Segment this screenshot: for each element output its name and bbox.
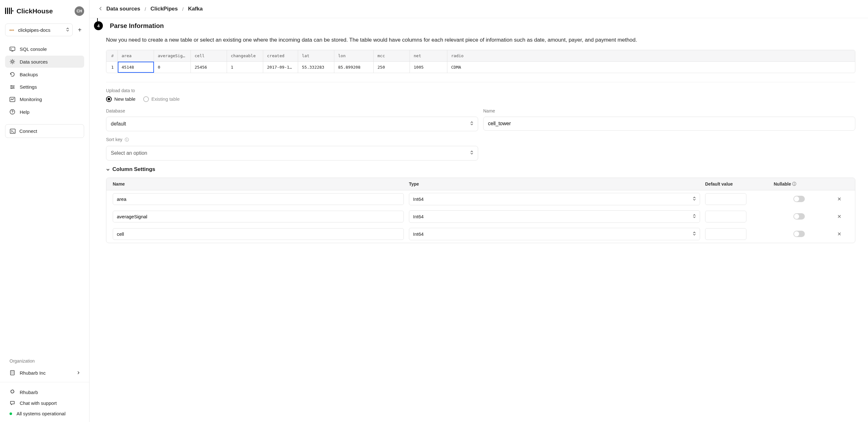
- data-preview-table: # area averageSig… cell changeable creat…: [106, 50, 855, 73]
- upload-data-to-label: Upload data to: [106, 88, 855, 93]
- breadcrumb-item[interactable]: ClickPipes: [151, 6, 178, 12]
- table-name-input[interactable]: [483, 117, 855, 131]
- info-icon[interactable]: ⓘ: [792, 181, 796, 187]
- svg-rect-3: [11, 8, 12, 14]
- backups-icon: [9, 72, 15, 77]
- monitoring-icon: [9, 97, 15, 102]
- add-workspace-button[interactable]: +: [75, 25, 84, 34]
- sort-key-select[interactable]: Select an option: [106, 146, 478, 161]
- footer-rhubarb[interactable]: Rhubarb: [5, 387, 84, 397]
- svg-rect-14: [10, 370, 14, 375]
- table-header-row: # area averageSig… cell changeable creat…: [106, 50, 855, 62]
- radio-icon: [143, 96, 149, 102]
- breadcrumb-back-icon[interactable]: [99, 6, 102, 12]
- sidebar-item-label: Backups: [20, 72, 38, 77]
- cell-area[interactable]: 45148: [118, 62, 154, 73]
- column-name-input[interactable]: [113, 228, 404, 240]
- column-settings-toggle[interactable]: Column Settings: [106, 166, 855, 173]
- svg-rect-2: [9, 8, 10, 14]
- sidebar-item-data-sources[interactable]: Data sources: [5, 56, 84, 68]
- breadcrumb: Data sources / ClickPipes / Kafka: [90, 0, 868, 18]
- info-icon[interactable]: ⓘ: [125, 137, 129, 143]
- sidebar: ClickHouse CH aws clickpipes-docs + SQL …: [0, 0, 90, 422]
- avatar[interactable]: CH: [74, 6, 84, 16]
- column-default-input[interactable]: [705, 211, 746, 222]
- sidebar-item-label: Data sources: [20, 59, 48, 64]
- svg-rect-5: [10, 47, 15, 51]
- nullable-toggle[interactable]: [794, 196, 805, 202]
- svg-point-8: [13, 86, 14, 87]
- column-type-select[interactable]: Int64: [409, 193, 700, 205]
- remove-column-button[interactable]: ✕: [830, 196, 849, 202]
- organization-item[interactable]: Rhubarb Inc: [5, 367, 84, 379]
- sort-key-label: Sort key ⓘ: [106, 137, 478, 143]
- sidebar-item-help[interactable]: Help: [5, 106, 84, 118]
- cell-changeable[interactable]: 1: [227, 62, 263, 73]
- remove-column-button[interactable]: ✕: [830, 231, 849, 237]
- chevron-updown-icon: [693, 231, 696, 237]
- svg-rect-4: [12, 10, 13, 11]
- console-icon: [9, 47, 15, 52]
- col-header-lon: lon: [334, 50, 374, 61]
- radio-new-table[interactable]: New table: [106, 96, 135, 102]
- remove-column-button[interactable]: ✕: [830, 214, 849, 220]
- cell-created[interactable]: 2017-09-13…: [263, 62, 298, 73]
- chevron-updown-icon: [66, 27, 69, 33]
- help-icon: [9, 109, 15, 115]
- database-label: Database: [106, 108, 478, 113]
- svg-point-7: [11, 85, 12, 86]
- column-default-input[interactable]: [705, 193, 746, 205]
- breadcrumb-item[interactable]: Data sources: [106, 6, 140, 12]
- sidebar-nav: SQL console Data sources Backups Setting…: [5, 43, 84, 118]
- brand-row: ClickHouse CH: [5, 6, 84, 16]
- sidebar-item-settings[interactable]: Settings: [5, 81, 84, 93]
- puzzle-icon: [9, 389, 15, 395]
- main-content: Data sources / ClickPipes / Kafka 4 Pars…: [90, 0, 868, 422]
- cell-mcc[interactable]: 250: [374, 62, 410, 73]
- radio-new-table-label: New table: [114, 96, 135, 102]
- database-select[interactable]: default: [106, 117, 478, 131]
- column-name-input[interactable]: [113, 211, 404, 222]
- svg-point-9: [11, 88, 12, 89]
- connect-label: Connect: [19, 129, 37, 134]
- col-header-type: Type: [409, 181, 700, 187]
- brand-logo-icon: [5, 7, 13, 16]
- organization-name: Rhubarb Inc: [20, 370, 46, 375]
- chat-icon: [9, 400, 15, 406]
- column-row: Int64 ✕: [106, 208, 855, 225]
- radio-existing-table[interactable]: Existing table: [143, 96, 180, 102]
- col-header-cell: cell: [191, 50, 227, 61]
- footer-status-label: All systems operational: [17, 411, 65, 416]
- sidebar-item-sql-console[interactable]: SQL console: [5, 43, 84, 55]
- column-type-select[interactable]: Int64: [409, 228, 700, 240]
- cell-lon[interactable]: 85.899208: [334, 62, 374, 73]
- chevron-updown-icon: [693, 214, 696, 220]
- cell-lat[interactable]: 55.332283: [298, 62, 334, 73]
- workspace-selector[interactable]: aws clickpipes-docs: [5, 24, 73, 36]
- step-title: Parse Information: [110, 22, 164, 30]
- radio-existing-table-label: Existing table: [151, 96, 180, 102]
- sidebar-item-label: Settings: [20, 84, 37, 90]
- cell-index: 1: [106, 62, 118, 73]
- footer-status[interactable]: All systems operational: [5, 408, 84, 419]
- cell-radio[interactable]: CDMA: [447, 62, 475, 73]
- chevron-down-icon: [106, 167, 110, 172]
- cell-net[interactable]: 1005: [410, 62, 447, 73]
- settings-icon: [9, 85, 15, 90]
- column-default-input[interactable]: [705, 228, 746, 240]
- col-header-created: created: [263, 50, 298, 61]
- sidebar-item-backups[interactable]: Backups: [5, 68, 84, 80]
- footer-chat-support[interactable]: Chat with support: [5, 397, 84, 408]
- nullable-toggle[interactable]: [794, 213, 805, 220]
- chevron-right-icon: [77, 370, 80, 375]
- column-type-select[interactable]: Int64: [409, 210, 700, 223]
- nullable-toggle[interactable]: [794, 231, 805, 237]
- cell-averagesignal[interactable]: 0: [154, 62, 191, 73]
- table-row: 1 45148 0 25456 1 2017-09-13… 55.332283 …: [106, 62, 855, 73]
- breadcrumb-item[interactable]: Kafka: [188, 6, 203, 12]
- column-settings-header: Name Type Default value Nullableⓘ: [106, 178, 855, 190]
- connect-button[interactable]: Connect: [5, 124, 84, 138]
- sidebar-item-monitoring[interactable]: Monitoring: [5, 93, 84, 105]
- cell-cell[interactable]: 25456: [191, 62, 227, 73]
- column-name-input[interactable]: [113, 193, 404, 205]
